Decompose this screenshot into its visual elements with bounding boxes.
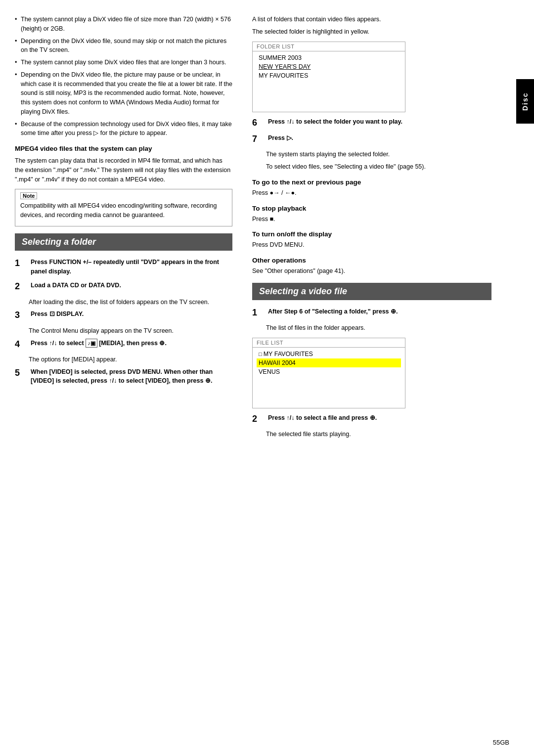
left-column: The system cannot play a DivX video file…: [0, 15, 242, 741]
selected-text: The selected folder is highlighted in ye…: [252, 27, 491, 37]
step-1: 1 Press FUNCTION +/– repeatedly until "D…: [15, 258, 232, 276]
bullet-item: The system cannot play a DivX video file…: [15, 15, 232, 34]
disc-side-tab: Disc: [516, 79, 534, 124]
right-column: A list of folders that contain video fil…: [242, 15, 516, 741]
folder-list-box: FOLDER LIST SUMMER 2003 NEW YEAR'S DAY M…: [252, 42, 405, 112]
step-7-note1: The system starts playing the selected f…: [266, 150, 491, 159]
step-1-text: Press FUNCTION +/– repeatedly until "DVD…: [31, 259, 219, 275]
folder-row-2: NEW YEAR'S DAY: [257, 62, 401, 71]
step-2-num: 2: [15, 281, 29, 292]
page-number: 55GB: [493, 739, 509, 746]
step-3: 3 Press ⊡ DISPLAY.: [15, 310, 232, 321]
sub-heading-display: To turn on/off the display: [252, 230, 491, 238]
side-tab-label: Disc: [521, 92, 529, 111]
step-5: 5 When [VIDEO] is selected, press DVD ME…: [15, 367, 232, 386]
step-1-content: Press FUNCTION +/– repeatedly until "DVD…: [31, 258, 232, 276]
note-box: Note Compatibility with all MPEG4 video …: [15, 189, 232, 226]
note-label: Note: [20, 192, 37, 199]
sub-body-other: See "Other operations" (page 41).: [252, 267, 491, 276]
section1-banner: Selecting a folder: [15, 233, 232, 251]
sub-body-stop: Press ■.: [252, 215, 491, 224]
step-6-num: 6: [252, 117, 266, 129]
bullet-item: Depending on the DivX video file, the pi…: [15, 70, 232, 117]
step-5-num: 5: [15, 367, 29, 379]
step-s2-2-content: Press ↑/↓ to select a file and press ⊕.: [268, 413, 491, 423]
step-4-note: The options for [MEDIA] appear.: [29, 355, 232, 364]
bullet-item: Depending on the DivX video file, sound …: [15, 37, 232, 55]
step-s2-2: 2 Press ↑/↓ to select a file and press ⊕…: [252, 413, 491, 425]
folder-row-3: MY FAVOURITES: [257, 71, 401, 80]
step-2: 2 Load a DATA CD or DATA DVD.: [15, 281, 232, 292]
sub-heading-stop: To stop playback: [252, 205, 491, 212]
mpeg4-heading: MPEG4 video files that the system can pl…: [15, 145, 232, 152]
step-4: 4 Press ↑/↓ to select ♪▣ [MEDIA], then p…: [15, 339, 232, 350]
step-s2-1-text: After Step 6 of "Selecting a folder," pr…: [268, 308, 398, 315]
sub-heading-next-prev: To go to the next or previous page: [252, 178, 491, 186]
step-3-text: Press ⊡ DISPLAY.: [31, 311, 84, 317]
bullet-list: The system cannot play a DivX video file…: [15, 15, 232, 138]
step-6-text: Press ↑/↓ to select the folder you want …: [268, 118, 402, 125]
step-s2-1-content: After Step 6 of "Selecting a folder," pr…: [268, 307, 491, 316]
step-2-text: Load a DATA CD or DATA DVD.: [31, 282, 121, 289]
step-4-text: Press ↑/↓ to select ♪▣ [MEDIA], then pre…: [31, 340, 167, 347]
bullet-item: Because of the compression technology us…: [15, 120, 232, 138]
sub-body-next-prev: Press ●→ / ←●.: [252, 188, 491, 198]
step-4-content: Press ↑/↓ to select ♪▣ [MEDIA], then pre…: [31, 339, 232, 348]
file-list-header: FILE LIST: [253, 338, 405, 348]
step-6: 6 Press ↑/↓ to select the folder you wan…: [252, 117, 491, 129]
note-body: Compatibility with all MPEG4 video encod…: [20, 201, 227, 220]
step-s2-2-text: Press ↑/↓ to select a file and press ⊕.: [268, 414, 377, 421]
step-1-num: 1: [15, 258, 29, 269]
mpeg4-body: The system can play data that is recorde…: [15, 156, 232, 184]
page-container: Disc The system cannot play a DivX video…: [0, 0, 534, 756]
sub-heading-other: Other operations: [252, 257, 491, 264]
step-s2-2-num: 2: [252, 413, 266, 425]
step-3-num: 3: [15, 310, 29, 321]
step-s2-1-num: 1: [252, 307, 266, 318]
step-s2-1-note: The list of files in the folder appears.: [266, 323, 491, 333]
step-7-note2: To select video files, see "Selecting a …: [266, 162, 491, 172]
file-row-venus: VENUS: [257, 367, 401, 376]
step-4-num: 4: [15, 339, 29, 350]
step-s2-2-note: The selected file starts playing.: [266, 430, 491, 439]
step-5-content: When [VIDEO] is selected, press DVD MENU…: [31, 367, 232, 386]
sub-body-display: Press DVD MENU.: [252, 240, 491, 250]
step-6-content: Press ↑/↓ to select the folder you want …: [268, 117, 491, 127]
file-list-body: MY FAVOURITES HAWAII 2004 VENUS: [253, 348, 405, 408]
bullet-item: The system cannot play some DivX video f…: [15, 58, 232, 67]
file-row-hawaii: HAWAII 2004: [257, 358, 401, 367]
step-7-text: Press ▷.: [268, 134, 293, 141]
folder-row-1: SUMMER 2003: [257, 53, 401, 62]
folder-list-header: FOLDER LIST: [253, 42, 405, 51]
step-3-note: The Control Menu display appears on the …: [29, 326, 232, 336]
step-2-content: Load a DATA CD or DATA DVD.: [31, 281, 232, 290]
step-2-note: After loading the disc, the list of fold…: [29, 298, 232, 307]
file-row-folder: MY FAVOURITES: [257, 350, 401, 358]
section2-banner: Selecting a video file: [252, 283, 491, 300]
file-list-box: FILE LIST MY FAVOURITES HAWAII 2004 VENU…: [252, 338, 405, 408]
step-s2-1: 1 After Step 6 of "Selecting a folder," …: [252, 307, 491, 318]
step-7-num: 7: [252, 133, 266, 145]
intro-text: A list of folders that contain video fil…: [252, 15, 491, 24]
step-5-text: When [VIDEO] is selected, press DVD MENU…: [31, 368, 213, 385]
step-7: 7 Press ▷.: [252, 133, 491, 145]
folder-list-body: SUMMER 2003 NEW YEAR'S DAY MY FAVOURITES: [253, 51, 405, 112]
step-3-content: Press ⊡ DISPLAY.: [31, 310, 232, 319]
step-7-content: Press ▷.: [268, 133, 491, 143]
